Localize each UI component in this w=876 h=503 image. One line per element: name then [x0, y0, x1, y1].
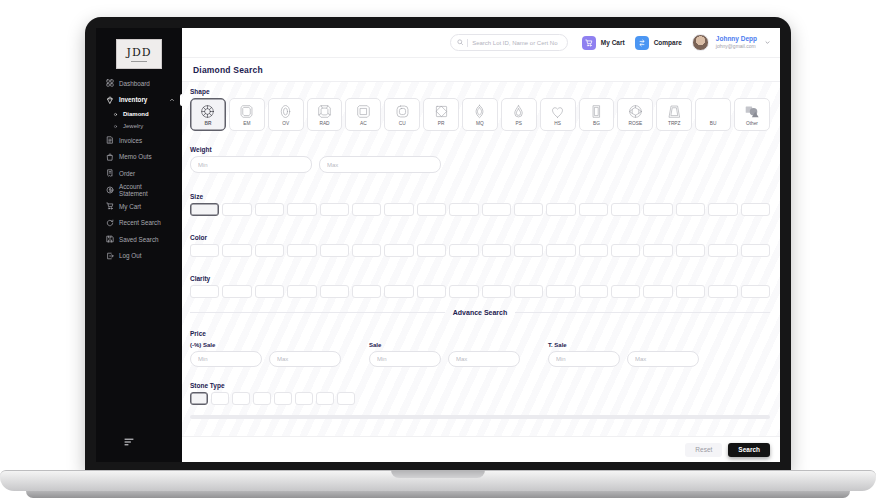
clarity-chip-si-vs[interactable]	[255, 285, 284, 298]
clarity-chip-si1[interactable]	[320, 285, 349, 298]
price-min-input[interactable]	[369, 351, 441, 367]
shape-option-rad[interactable]: RAD	[307, 98, 343, 131]
stone-type-chip-center-n-side-n[interactable]	[295, 392, 313, 405]
size-chip-0-23-0-29[interactable]	[352, 203, 381, 216]
sidebar-item-recent-search[interactable]: Recent Search	[96, 215, 182, 232]
size-chip-0-18-0-22[interactable]	[320, 203, 349, 216]
clarity-chip-vs2[interactable]	[514, 285, 543, 298]
search-button[interactable]: Search	[728, 443, 770, 457]
color-chip-e[interactable]	[384, 244, 413, 257]
color-chip-i[interactable]	[546, 244, 575, 257]
color-chip-h[interactable]	[287, 244, 316, 257]
sidebar-item-order[interactable]: Order	[96, 165, 182, 182]
size-chip-0-01-0-03[interactable]	[190, 203, 219, 216]
sidebar-collapse-icon[interactable]	[124, 433, 182, 451]
sidebar-item-diamond[interactable]: Diamond	[96, 108, 182, 120]
sidebar-item-dashboard[interactable]: Dashboard	[96, 75, 182, 92]
clarity-chip-vs1[interactable]	[287, 285, 316, 298]
user-info[interactable]: Johnny Depp johny@gmail.com	[716, 35, 757, 49]
color-chip-k-fb[interactable]	[708, 244, 737, 257]
search-input[interactable]	[472, 40, 561, 46]
sidebar-item-my-cart[interactable]: My Cart	[96, 198, 182, 215]
shape-option-bg[interactable]: BG	[579, 98, 615, 131]
cart-icon[interactable]	[582, 36, 596, 50]
stone-type-chip-lab[interactable]	[211, 392, 229, 405]
shape-option-pr[interactable]: PR	[423, 98, 459, 131]
horizontal-scrollbar[interactable]	[190, 415, 770, 419]
shape-option-rose[interactable]: ROSE	[617, 98, 653, 131]
size-chip-0-001[interactable]	[741, 203, 770, 216]
price-max-input[interactable]	[627, 351, 699, 367]
clarity-chip-si1[interactable]	[579, 285, 608, 298]
shape-option-other[interactable]: Other	[734, 98, 770, 131]
shape-option-hs[interactable]: HS	[540, 98, 576, 131]
my-cart-label[interactable]: My Cart	[601, 39, 625, 46]
shape-option-ov[interactable]: OV	[268, 98, 304, 131]
clarity-chip-vvs1-vs2[interactable]	[643, 285, 672, 298]
size-chip-1-20-1-49[interactable]	[611, 203, 640, 216]
color-chip-f[interactable]	[417, 244, 446, 257]
price-max-input[interactable]	[448, 351, 520, 367]
price-max-input[interactable]	[269, 351, 341, 367]
size-chip-2-00-2-99[interactable]	[708, 203, 737, 216]
weight-max-input[interactable]	[319, 156, 441, 173]
size-chip-0-30-0-37[interactable]	[384, 203, 413, 216]
color-chip-i[interactable]	[514, 244, 543, 257]
color-chip-d[interactable]	[352, 244, 381, 257]
sidebar-item-invoices[interactable]: Invoices	[96, 132, 182, 149]
shape-option-bu[interactable]: BU	[695, 98, 731, 131]
color-chip-h[interactable]	[482, 244, 511, 257]
size-chip-0-60-0-69[interactable]	[514, 203, 543, 216]
app-logo[interactable]: JDD	[116, 39, 162, 69]
color-chip-l[interactable]	[741, 244, 770, 257]
shape-option-trpz[interactable]: TRPZ	[656, 98, 692, 131]
sidebar-item-saved-search[interactable]: Saved Search	[96, 231, 182, 248]
color-chip-j[interactable]	[611, 244, 640, 257]
size-chip-0-04-0-07[interactable]	[222, 203, 251, 216]
size-chip-1-50-1-69[interactable]	[643, 203, 672, 216]
sidebar-item-log-out[interactable]: Log Out	[96, 248, 182, 265]
reset-button[interactable]: Reset	[685, 443, 722, 457]
shape-option-em[interactable]: EM	[229, 98, 265, 131]
stone-type-chip-center-l-side-l[interactable]	[274, 392, 292, 405]
shape-option-cu[interactable]: CU	[384, 98, 420, 131]
compare-icon[interactable]	[635, 36, 649, 50]
shape-option-ac[interactable]: AC	[345, 98, 381, 131]
shape-option-mq[interactable]: MQ	[462, 98, 498, 131]
color-chip-g[interactable]	[449, 244, 478, 257]
color-chip-k[interactable]	[676, 244, 705, 257]
color-chip-h-i[interactable]	[190, 244, 219, 257]
shape-option-ps[interactable]: PS	[501, 98, 537, 131]
size-chip-0-70-0-99[interactable]	[546, 203, 575, 216]
clarity-chip-si2[interactable]	[676, 285, 705, 298]
stone-type-chip-natural[interactable]	[190, 392, 208, 405]
global-search[interactable]	[450, 34, 568, 51]
color-chip-ij[interactable]	[579, 244, 608, 257]
color-chip-j[interactable]	[643, 244, 672, 257]
chevron-down-icon[interactable]	[764, 39, 771, 46]
stone-type-chip-center-c-side-n[interactable]	[337, 392, 355, 405]
sidebar-item-memo-outs[interactable]: Memo Outs	[96, 149, 182, 166]
size-chip-1-70-1-99[interactable]	[676, 203, 705, 216]
price-min-input[interactable]	[190, 351, 262, 367]
clarity-chip-i3[interactable]	[546, 285, 575, 298]
clarity-chip-si3[interactable]	[417, 285, 446, 298]
stone-type-chip-cz[interactable]	[232, 392, 250, 405]
color-chip-e[interactable]	[222, 244, 251, 257]
sidebar-item-jewelry[interactable]: Jewelry	[96, 120, 182, 132]
size-chip-0-38-0-45[interactable]	[417, 203, 446, 216]
clarity-chip-vvs2[interactable]	[222, 285, 251, 298]
size-chip-0-15-0-17[interactable]	[287, 203, 316, 216]
clarity-chip-i1[interactable]	[741, 285, 770, 298]
shape-option-br[interactable]: BR	[190, 98, 226, 131]
compare-label[interactable]: Compare	[654, 39, 682, 46]
user-avatar[interactable]	[692, 34, 709, 51]
size-chip-0-46-0-49[interactable]	[449, 203, 478, 216]
clarity-chip-si3[interactable]	[449, 285, 478, 298]
clarity-chip-i1[interactable]	[482, 285, 511, 298]
clarity-chip-si1-si2[interactable]	[611, 285, 640, 298]
sidebar-item-inventory[interactable]: Inventory	[96, 92, 182, 109]
stone-type-chip-center-c-side-l[interactable]	[316, 392, 334, 405]
clarity-chip-vs[interactable]	[384, 285, 413, 298]
clarity-chip-vvs1[interactable]	[190, 285, 219, 298]
